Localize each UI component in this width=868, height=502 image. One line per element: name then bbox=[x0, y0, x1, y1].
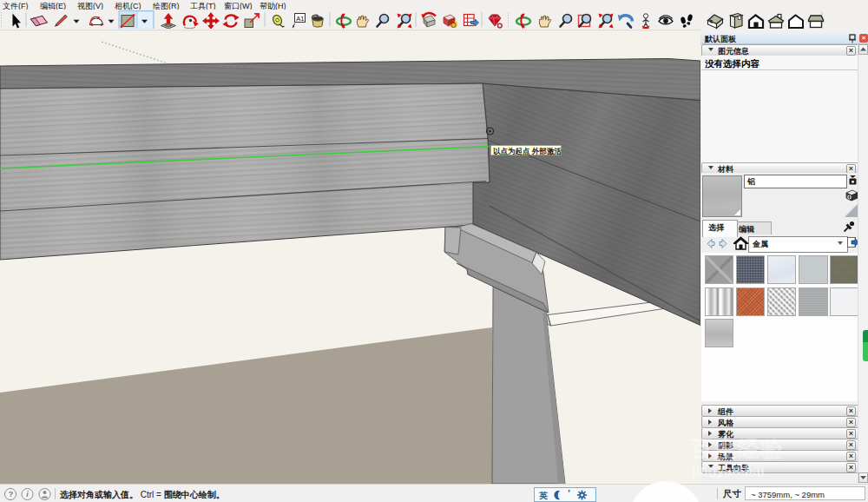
svg-text:以点为起点 外部激活: 以点为起点 外部激活 bbox=[493, 147, 562, 155]
svg-text:A1: A1 bbox=[296, 15, 304, 23]
svg-text:?: ? bbox=[9, 490, 14, 499]
